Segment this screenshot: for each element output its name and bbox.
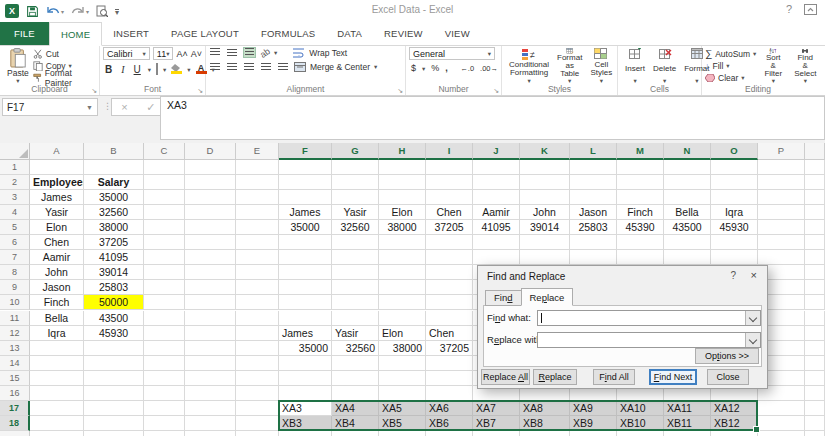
cell-E17[interactable] [236, 401, 279, 416]
wrap-text-button[interactable]: Wrap Text [309, 47, 347, 58]
cell-J3[interactable] [473, 190, 520, 205]
cell-P17[interactable] [758, 401, 805, 416]
cell-Q3[interactable] [805, 190, 825, 205]
cell-Q1[interactable] [805, 160, 825, 175]
cell-G16[interactable] [332, 386, 379, 401]
save-button[interactable] [26, 5, 39, 18]
cell-O7[interactable] [711, 250, 758, 265]
cell-A10[interactable]: Finch [30, 295, 84, 310]
fill-color-button[interactable] [171, 64, 182, 74]
cell-B7[interactable]: 41095 [84, 250, 144, 265]
replace-with-dropdown-button[interactable] [745, 333, 760, 347]
cancel-icon[interactable]: × [121, 101, 127, 113]
cell-styles-button[interactable]: Cell Styles ▾ [586, 47, 616, 84]
print-preview-button[interactable] [96, 5, 108, 17]
cell-B4[interactable]: 32560 [84, 205, 144, 220]
cell-D15[interactable] [185, 371, 236, 386]
cell-M18[interactable]: XB10 [617, 416, 664, 431]
cell-L3[interactable] [570, 190, 617, 205]
cell-E14[interactable] [236, 356, 279, 371]
cell-D2[interactable] [185, 175, 236, 190]
cell-C6[interactable] [144, 235, 185, 250]
find-what-input[interactable] [537, 310, 761, 326]
cell-N7[interactable] [664, 250, 711, 265]
cell-A4[interactable]: Yasir [30, 205, 84, 220]
fill-button[interactable]: ↓ Fill ▾ [705, 60, 756, 71]
cell-H18[interactable]: XB5 [379, 416, 426, 431]
cell-E18[interactable] [236, 416, 279, 431]
cell-L7[interactable] [570, 250, 617, 265]
cell-D12[interactable] [185, 326, 236, 341]
cell-D9[interactable] [185, 280, 236, 295]
tab-page-layout[interactable]: PAGE LAYOUT [160, 22, 250, 45]
cell-A16[interactable] [30, 386, 84, 401]
cell-G4[interactable]: Yasir [332, 205, 379, 220]
cell-G10[interactable] [332, 295, 379, 310]
cell-M7[interactable] [617, 250, 664, 265]
col-header-D[interactable]: D [185, 143, 236, 160]
cell-A11[interactable]: Bella [30, 311, 84, 326]
cell-Q18[interactable] [805, 416, 825, 431]
cell-G14[interactable] [332, 356, 379, 371]
row-header-3[interactable]: 3 [0, 190, 30, 205]
cell-I4[interactable]: Chen [426, 205, 473, 220]
underline-button[interactable]: U [132, 64, 143, 75]
col-header-B[interactable]: B [84, 143, 144, 160]
cell-H17[interactable]: XA5 [379, 401, 426, 416]
format-painter-button[interactable]: Format Painter [33, 72, 96, 83]
cell-D18[interactable] [185, 416, 236, 431]
cell-Q13[interactable] [805, 341, 825, 356]
font-name-combo[interactable]: Calibri▾ [103, 47, 150, 60]
cell-G3[interactable] [332, 190, 379, 205]
cell-J4[interactable]: Aamir [473, 205, 520, 220]
cell-I11[interactable] [426, 311, 473, 326]
ribbon-display-options-icon[interactable] [804, 4, 817, 15]
cell-C11[interactable] [144, 311, 185, 326]
cell-N1[interactable] [664, 160, 711, 175]
cell-H12[interactable]: Elon [379, 326, 426, 341]
bold-button[interactable]: B [103, 64, 114, 75]
find-what-dropdown-button[interactable] [745, 311, 760, 325]
cell-M5[interactable]: 45390 [617, 220, 664, 235]
cell-N2[interactable] [664, 175, 711, 190]
dialog-help-button[interactable]: ? [730, 270, 736, 281]
cell-H15[interactable] [379, 371, 426, 386]
cell-P4[interactable] [758, 205, 805, 220]
cell-F5[interactable]: 35000 [279, 220, 332, 235]
autosum-button[interactable]: ∑ AutoSum ▾ [705, 48, 756, 59]
cell-A6[interactable]: Chen [30, 235, 84, 250]
cell-A17[interactable] [30, 401, 84, 416]
cell-I7[interactable] [426, 250, 473, 265]
cell-J17[interactable]: XA7 [473, 401, 520, 416]
tab-data[interactable]: DATA [326, 22, 373, 45]
cell-C3[interactable] [144, 190, 185, 205]
cell-E4[interactable] [236, 205, 279, 220]
font-size-combo[interactable]: 11▾ [153, 47, 174, 60]
cell-I9[interactable] [426, 280, 473, 295]
cell-Q11[interactable] [805, 311, 825, 326]
cell-G1[interactable] [332, 160, 379, 175]
col-header-P[interactable]: P [758, 143, 805, 160]
enter-icon[interactable]: ✓ [146, 101, 155, 114]
col-header-L[interactable]: L [570, 143, 617, 160]
cell-N19[interactable] [664, 431, 711, 436]
cell-J1[interactable] [473, 160, 520, 175]
cell-M6[interactable] [617, 235, 664, 250]
cell-A1[interactable] [30, 160, 84, 175]
cell-Q15[interactable] [805, 371, 825, 386]
cell-E15[interactable] [236, 371, 279, 386]
cell-I15[interactable] [426, 371, 473, 386]
cell-K1[interactable] [520, 160, 570, 175]
cell-G7[interactable] [332, 250, 379, 265]
row-header-11[interactable]: 11 [0, 311, 30, 326]
grow-font-icon[interactable]: A˄ [176, 49, 187, 59]
cell-J18[interactable]: XB7 [473, 416, 520, 431]
cell-B12[interactable]: 45930 [84, 326, 144, 341]
cell-I17[interactable]: XA6 [426, 401, 473, 416]
col-header-H[interactable]: H [379, 143, 426, 160]
cell-F13[interactable]: 35000 [279, 341, 332, 356]
cell-D10[interactable] [185, 295, 236, 310]
cell-F18[interactable]: XB3 [279, 416, 332, 431]
cell-M19[interactable] [617, 431, 664, 436]
cell-E12[interactable] [236, 326, 279, 341]
